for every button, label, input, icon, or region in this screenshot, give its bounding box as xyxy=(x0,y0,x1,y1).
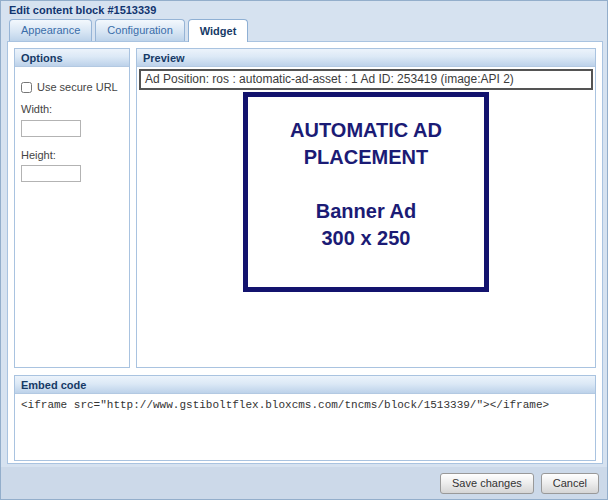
tab-appearance[interactable]: Appearance xyxy=(9,19,92,41)
cancel-button[interactable]: Cancel xyxy=(541,473,599,494)
banner-size-label: 300 x 250 xyxy=(322,225,411,252)
banner-type-label: Banner Ad xyxy=(316,198,416,225)
height-label: Height: xyxy=(21,149,123,161)
preview-panel-header: Preview xyxy=(137,49,595,67)
use-secure-url-label: Use secure URL xyxy=(37,81,118,93)
ad-position-info: Ad Position: ros : automatic-ad-asset : … xyxy=(139,69,593,90)
banner-title: AUTOMATIC AD PLACEMENT xyxy=(260,117,472,171)
embed-code-panel: Embed code <iframe src="http://www.gstib… xyxy=(14,375,596,461)
tab-configuration[interactable]: Configuration xyxy=(95,19,184,41)
tab-strip: Appearance Configuration Widget xyxy=(9,19,248,41)
width-label: Width: xyxy=(21,103,123,115)
preview-panel: Preview Ad Position: ros : automatic-ad-… xyxy=(136,48,596,368)
use-secure-url-row[interactable]: Use secure URL xyxy=(21,81,123,93)
height-input[interactable] xyxy=(21,165,81,182)
options-panel: Options Use secure URL Width: Height: xyxy=(14,48,130,368)
widget-tab-content: Options Use secure URL Width: Height: Pr… xyxy=(7,41,603,464)
dialog-title: Edit content block #1513339 xyxy=(9,4,156,16)
save-changes-button[interactable]: Save changes xyxy=(440,473,534,494)
banner-ad-preview: AUTOMATIC AD PLACEMENT Banner Ad 300 x 2… xyxy=(243,92,489,292)
embed-code-panel-header: Embed code xyxy=(15,376,595,394)
embed-code-text[interactable]: <iframe src="http://www.gstiboltflex.blo… xyxy=(15,394,595,416)
options-panel-header: Options xyxy=(15,49,129,67)
preview-panel-body: Ad Position: ros : automatic-ad-asset : … xyxy=(137,67,595,294)
dialog-footer: Save changes Cancel xyxy=(1,467,607,499)
options-panel-body: Use secure URL Width: Height: xyxy=(15,67,129,194)
use-secure-url-checkbox[interactable] xyxy=(21,82,32,93)
edit-content-block-dialog: Edit content block #1513339 Appearance C… xyxy=(0,0,608,500)
tab-widget[interactable]: Widget xyxy=(188,19,249,42)
width-input[interactable] xyxy=(21,120,81,137)
